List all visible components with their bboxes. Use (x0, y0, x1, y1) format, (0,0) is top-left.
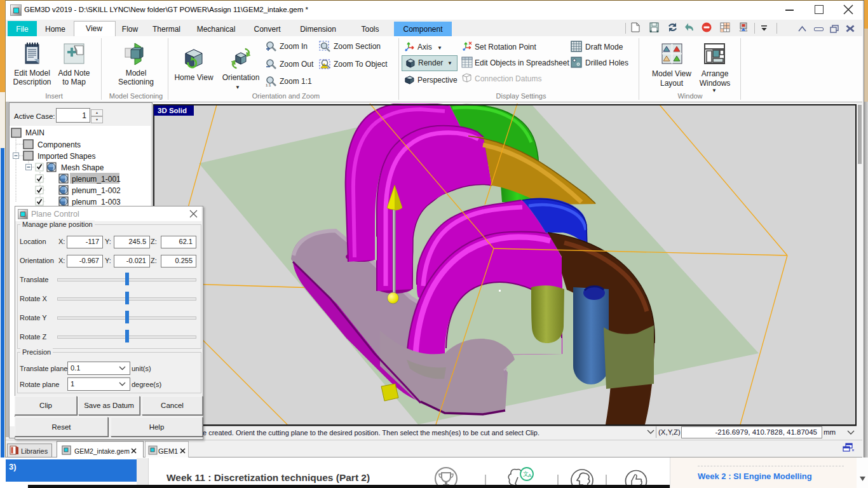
svg-text:1:1: 1:1 (266, 83, 271, 87)
svg-text:A: A (528, 473, 532, 478)
